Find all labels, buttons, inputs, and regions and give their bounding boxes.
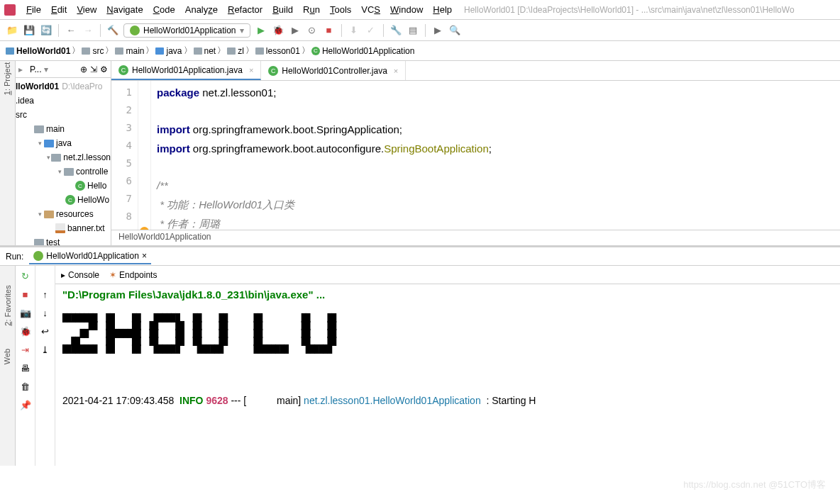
run-toolbar: ↻ ■ 📷 🐞 ⇥ 🖶 🗑 📌 xyxy=(16,266,35,466)
layout-icon[interactable]: 🖶 xyxy=(20,362,31,374)
web-tool-tab[interactable]: Web xyxy=(4,349,12,364)
menu-build[interactable]: Build xyxy=(267,2,298,17)
menu-window[interactable]: Window xyxy=(385,2,428,17)
forward-icon[interactable]: → xyxy=(82,24,94,37)
menu-refactor[interactable]: Refactor xyxy=(223,2,267,17)
dump-icon[interactable]: 📷 xyxy=(20,307,31,318)
endpoints-tab[interactable]: ✶Endpoints xyxy=(109,270,157,280)
project-tree-panel: ▸ P...▾ ⊕ ⇲ ⚙ lloWorld01D:\IdeaPro .idea… xyxy=(16,61,111,245)
left-tool-strip: 1: Project xyxy=(0,61,16,245)
package-icon xyxy=(51,154,61,162)
crumb-src[interactable]: src xyxy=(82,46,104,56)
close-run-tab-icon[interactable]: × xyxy=(142,251,147,261)
endpoints-icon: ✶ xyxy=(109,270,116,280)
run-panel-header: Run: HelloWorld01Application × xyxy=(0,247,840,266)
run-icon[interactable]: ▶ xyxy=(255,24,267,37)
stop-icon[interactable]: ■ xyxy=(323,24,336,37)
folder-icon xyxy=(194,47,202,55)
code-editor[interactable]: package net.zl.lesson01; import org.spri… xyxy=(151,81,840,230)
console-tab[interactable]: ▸Console xyxy=(61,270,99,280)
crumb-net[interactable]: net xyxy=(194,46,216,56)
settings-icon[interactable]: 🔧 xyxy=(389,24,402,37)
menu-vcs[interactable]: VCS xyxy=(356,2,385,17)
menubar: File Edit View Navigate Code Analyze Ref… xyxy=(0,0,840,20)
close-tab-icon[interactable]: × xyxy=(394,67,398,75)
sync-icon[interactable]: 🔄 xyxy=(40,24,52,37)
profile-icon[interactable]: ⊙ xyxy=(306,24,319,37)
rerun-icon[interactable]: ↻ xyxy=(20,270,31,281)
debug-icon[interactable]: 🐞 xyxy=(272,24,284,37)
menu-analyze[interactable]: Analyze xyxy=(180,2,223,17)
coverage-icon[interactable]: ▶ xyxy=(289,24,302,37)
crumb-zl[interactable]: zl xyxy=(227,46,244,56)
menu-file[interactable]: File xyxy=(21,2,46,17)
editor-tab[interactable]: C HelloWorld01Controller.java × xyxy=(261,61,406,80)
wrap-icon[interactable]: ↩ xyxy=(40,325,51,337)
debug-actuator-icon[interactable]: 🐞 xyxy=(20,325,31,337)
open-icon[interactable]: 📁 xyxy=(6,24,18,37)
save-icon[interactable]: 💾 xyxy=(23,24,35,37)
search-icon[interactable]: 🔍 xyxy=(448,24,461,37)
git-commit-icon[interactable]: ✓ xyxy=(365,24,377,37)
build-icon[interactable]: 🔨 xyxy=(106,24,119,37)
locate-icon[interactable]: ⊕ xyxy=(80,65,87,74)
favorites-tool-tab[interactable]: 2: Favorites xyxy=(4,285,12,325)
editor-tab-active[interactable]: C HelloWorld01Application.java × xyxy=(111,61,261,80)
close-tab-icon[interactable]: × xyxy=(249,66,253,74)
project-structure-icon[interactable]: ▤ xyxy=(407,24,419,37)
menu-navigate[interactable]: Navigate xyxy=(101,2,148,17)
menu-edit[interactable]: Edit xyxy=(46,2,72,17)
back-icon[interactable]: ← xyxy=(65,24,77,37)
delete-icon[interactable]: 🗑 xyxy=(20,381,31,392)
project-view-selector[interactable]: P... xyxy=(30,65,41,74)
project-panel-header: ▸ P...▾ ⊕ ⇲ ⚙ xyxy=(16,61,111,78)
text-file-icon xyxy=(55,223,65,233)
menu-tools[interactable]: Tools xyxy=(325,2,356,17)
up-icon[interactable]: ↑ xyxy=(40,289,51,300)
banner-ascii: ████████ ██ ██ ██████ ██ ██ ██ ██ ██ ██ … xyxy=(62,314,833,353)
class-icon: C xyxy=(65,195,75,205)
app-logo-icon xyxy=(4,4,16,16)
menu-code[interactable]: Code xyxy=(148,2,180,17)
project-tree[interactable]: lloWorld01D:\IdeaPro .idea src main ▾jav… xyxy=(16,78,111,245)
editor-tabs: C HelloWorld01Application.java × C Hello… xyxy=(111,61,840,81)
intention-bulb-icon[interactable] xyxy=(140,227,149,230)
editor-breadcrumb[interactable]: HelloWorld01Application xyxy=(111,230,840,245)
crumb-lesson01[interactable]: lesson01 xyxy=(255,46,300,56)
crumb-java[interactable]: java xyxy=(155,46,182,56)
menu-help[interactable]: Help xyxy=(428,2,457,17)
watermark: https://blog.csdn.net @51CTO博客 xyxy=(683,478,826,491)
run-config-selector[interactable]: HelloWorld01Application ▾ xyxy=(123,23,250,38)
down-icon[interactable]: ↓ xyxy=(40,307,51,318)
scroll-end-icon[interactable]: ⤓ xyxy=(40,344,51,355)
exit-icon[interactable]: ⇥ xyxy=(20,344,31,355)
menu-run[interactable]: Run xyxy=(298,2,325,17)
expand-icon[interactable]: ⇲ xyxy=(90,65,97,74)
project-tool-tab[interactable]: 1: Project xyxy=(4,62,12,95)
crumb-class[interactable]: CHelloWorld01Application xyxy=(311,46,415,56)
crumb-main[interactable]: main xyxy=(115,46,144,56)
breadcrumb: HelloWorld01 〉 src 〉 main 〉 java 〉 net 〉… xyxy=(0,41,840,61)
pin-icon[interactable]: 📌 xyxy=(20,399,31,410)
fold-gutter[interactable] xyxy=(138,81,151,230)
stop-icon[interactable]: ■ xyxy=(20,289,31,300)
run-anything-icon[interactable]: ▶ xyxy=(431,24,444,37)
settings-gear-icon[interactable]: ⚙ xyxy=(100,65,108,74)
crumb-project[interactable]: HelloWorld01 xyxy=(6,46,70,56)
class-icon: C xyxy=(268,66,278,76)
console-icon: ▸ xyxy=(61,270,65,280)
console-toolbar: ↑ ↓ ↩ ⤓ xyxy=(35,266,55,466)
folder-icon xyxy=(82,47,90,55)
class-icon: C xyxy=(118,65,128,75)
folder-icon xyxy=(34,125,44,133)
run-panel: Run: HelloWorld01Application × 2: Favori… xyxy=(0,245,840,466)
window-title-path: HelloWorld01 [D:\IdeaProjects\HelloWorld… xyxy=(464,5,795,15)
package-icon xyxy=(64,168,74,176)
line-gutter[interactable]: 12345678910 xyxy=(111,81,138,230)
console-output[interactable]: "D:\Program Files\Java\jdk1.8.0_231\bin\… xyxy=(55,284,840,466)
run-config-label: HelloWorld01Application xyxy=(143,26,236,35)
git-update-icon[interactable]: ⬇ xyxy=(348,24,360,37)
main-toolbar: 📁 💾 🔄 ← → 🔨 HelloWorld01Application ▾ ▶ … xyxy=(0,20,840,41)
menu-view[interactable]: View xyxy=(72,2,101,17)
run-app-tab[interactable]: HelloWorld01Application × xyxy=(29,249,151,264)
